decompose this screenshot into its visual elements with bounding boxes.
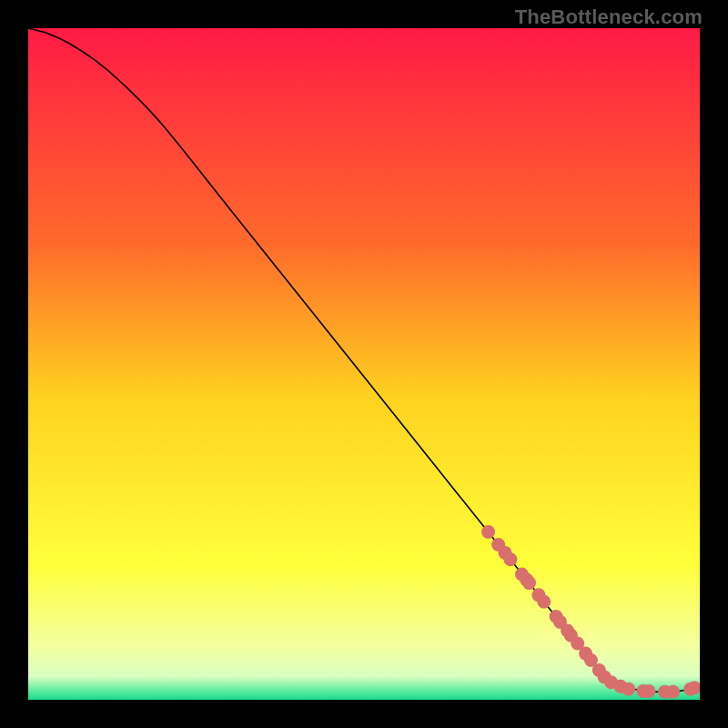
data-marker: [642, 684, 655, 698]
data-marker: [522, 576, 536, 590]
data-marker: [622, 682, 635, 696]
plot-area: [28, 28, 700, 700]
data-marker: [481, 525, 495, 539]
chart-container: TheBottleneck.com: [0, 0, 728, 728]
watermark-text: TheBottleneck.com: [515, 5, 703, 29]
gradient-background: [28, 28, 700, 700]
data-marker: [537, 595, 551, 609]
data-marker: [666, 685, 680, 699]
chart-svg: [28, 28, 700, 700]
data-marker: [503, 552, 517, 566]
